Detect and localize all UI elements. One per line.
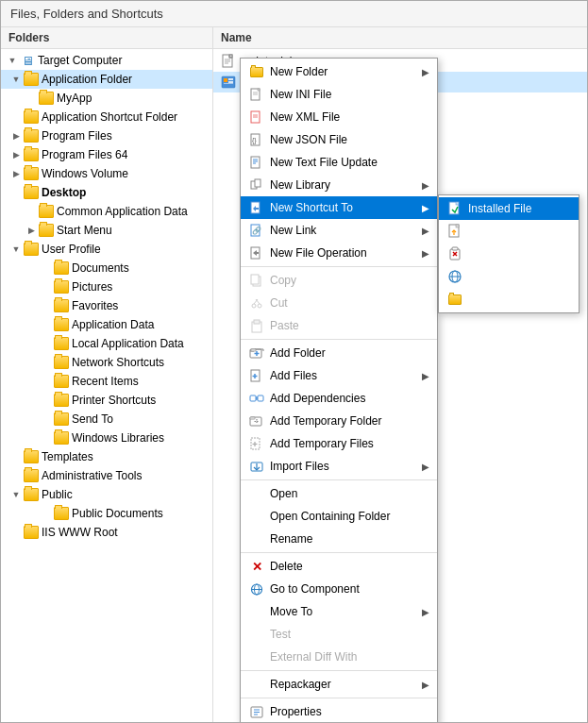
menu-item-go-to-component[interactable]: Go to Component: [241, 578, 437, 600]
folder-icon: [24, 167, 39, 180]
tree-item-desktop[interactable]: Desktop: [1, 183, 212, 202]
menu-item-delete[interactable]: ✕ Delete: [241, 555, 437, 578]
separator-3: [241, 479, 437, 480]
new-link-icon: 🔗: [248, 223, 265, 238]
separator-2: [241, 339, 437, 340]
copy-icon: [248, 273, 265, 288]
expand-icon: ▼: [8, 490, 24, 499]
menu-label: New File Operation: [270, 246, 422, 260]
folder-icon: [24, 488, 39, 501]
menu-item-new-json[interactable]: {} New JSON File: [241, 128, 437, 151]
menu-item-new-library[interactable]: New Library ▶: [241, 174, 437, 196]
menu-item-paste[interactable]: Paste: [241, 314, 437, 337]
svg-point-45: [252, 304, 256, 308]
tree-item-start-menu[interactable]: ▶ Start Menu: [1, 221, 212, 240]
menu-item-test[interactable]: Test: [241, 623, 437, 646]
tree-item-send-to[interactable]: Send To: [1, 410, 212, 429]
title-bar: Files, Folders and Shortcuts: [1, 1, 587, 27]
submenu-arrow: ▶: [422, 462, 429, 472]
folder-icon: [54, 337, 69, 350]
tree-item-myapp[interactable]: MyApp: [1, 89, 212, 108]
menu-item-move-to[interactable]: Move To ▶: [241, 600, 437, 623]
tree-item-application-folder[interactable]: ▼ Application Folder: [1, 70, 212, 89]
menu-item-add-temp-files[interactable]: Add Temporary Files: [241, 432, 437, 455]
menu-item-copy[interactable]: Copy: [241, 269, 437, 292]
tree-item-public[interactable]: ▼ Public: [1, 485, 212, 504]
menu-item-add-deps[interactable]: Add Dependencies: [241, 387, 437, 410]
folder-icon: [24, 450, 39, 463]
menu-item-add-files[interactable]: Add Files ▶: [241, 364, 437, 387]
menu-label: New Library: [270, 178, 422, 192]
tree-label: Printer Shortcuts: [72, 394, 156, 407]
new-shortcut-icon: [248, 200, 265, 215]
submenu-item-folder[interactable]: Folder: [439, 288, 579, 311]
tree-label: Program Files 64: [42, 148, 127, 161]
submenu-label: Installed File: [468, 202, 531, 215]
submenu-item-installed-file[interactable]: Installed File: [439, 197, 579, 220]
menu-item-new-shortcut[interactable]: New Shortcut To ▶: [241, 196, 437, 219]
tree-item-iis-www-root[interactable]: IIS WWW Root: [1, 523, 212, 542]
svg-rect-13: [258, 89, 260, 91]
tree-item-public-documents[interactable]: Public Documents: [1, 504, 212, 523]
tree-item-documents[interactable]: Documents: [1, 259, 212, 277]
menu-item-add-temp-folder[interactable]: Add Temporary Folder: [241, 410, 437, 432]
tree-item-templates[interactable]: Templates: [1, 447, 212, 466]
folder-icon: [54, 299, 69, 312]
folder-icon: [54, 507, 69, 520]
submenu-item-external-file[interactable]: External File: [439, 220, 579, 243]
tree-item-favorites[interactable]: Favorites: [1, 296, 212, 315]
folder-icon: [39, 205, 54, 218]
submenu-item-uninstall[interactable]: Uninstall: [439, 243, 579, 265]
tree-item-local-app-data[interactable]: Local Application Data: [1, 334, 212, 353]
test-icon: [248, 627, 265, 642]
expand-icon: ▼: [8, 75, 24, 84]
tree-label: Application Shortcut Folder: [42, 110, 177, 124]
tree-item-pictures[interactable]: Pictures: [1, 277, 212, 296]
menu-item-repackager[interactable]: Repackager ▶: [241, 673, 437, 696]
external-file-icon: [446, 224, 463, 239]
menu-label: Paste: [270, 319, 429, 332]
tree-item-admin-tools[interactable]: Administrative Tools: [1, 466, 212, 485]
tree-item-target-computer[interactable]: ▼ 🖥 Target Computer: [1, 51, 212, 70]
tree-item-application-data[interactable]: Application Data: [1, 315, 212, 334]
menu-item-open-containing[interactable]: Open Containing Folder: [241, 505, 437, 528]
menu-item-import-files[interactable]: Import Files ▶: [241, 455, 437, 478]
menu-item-new-ini[interactable]: New INI File: [241, 83, 437, 106]
menu-label: New Folder: [270, 65, 422, 78]
tree-label: Public Documents: [72, 507, 163, 520]
svg-rect-63: [250, 417, 255, 419]
tree-item-windows-volume[interactable]: ▶ Windows Volume: [1, 164, 212, 183]
menu-item-open[interactable]: Open: [241, 482, 437, 505]
tree-item-app-shortcut-folder[interactable]: Application Shortcut Folder: [1, 108, 212, 126]
folder-icon: [54, 375, 69, 388]
tree-label: Templates: [42, 450, 93, 463]
tree-label: Favorites: [72, 299, 118, 312]
submenu-arrow: ▶: [422, 180, 429, 191]
tree-item-program-files-64[interactable]: ▶ Program Files 64: [1, 145, 212, 164]
folder-icon: [24, 148, 39, 161]
menu-item-cut[interactable]: Cut: [241, 292, 437, 314]
tree-item-network-shortcuts[interactable]: Network Shortcuts: [1, 353, 212, 372]
tree-item-common-app-data[interactable]: Common Application Data: [1, 202, 212, 221]
menu-item-new-link[interactable]: 🔗 New Link ▶: [241, 219, 437, 242]
menu-item-ext-diff[interactable]: External Diff With: [241, 646, 437, 668]
folder-icon: [54, 280, 69, 294]
menu-item-new-folder[interactable]: New Folder ▶: [241, 60, 437, 83]
menu-item-new-text[interactable]: New Text File Update: [241, 151, 437, 174]
tree-item-printer-shortcuts[interactable]: Printer Shortcuts: [1, 391, 212, 410]
menu-item-add-folder[interactable]: Add Folder: [241, 342, 437, 364]
tree-label: Documents: [72, 261, 129, 275]
tree-item-user-profile[interactable]: ▼ User Profile: [1, 240, 212, 259]
menu-item-new-file-op[interactable]: New File Operation ▶: [241, 242, 437, 264]
tree-item-program-files[interactable]: ▶ Program Files: [1, 126, 212, 145]
menu-item-new-xml[interactable]: New XML File: [241, 106, 437, 128]
menu-item-rename[interactable]: Rename: [241, 528, 437, 550]
submenu-item-url[interactable]: URL: [439, 265, 579, 288]
menu-label: Test: [270, 628, 429, 641]
main-area: Folders ▼ 🖥 Target Computer ▼ Applicatio…: [1, 27, 587, 722]
menu-item-properties[interactable]: Properties: [241, 700, 437, 722]
tree-item-recent-items[interactable]: Recent Items: [1, 372, 212, 391]
menu-label: Add Temporary Folder: [270, 414, 429, 428]
right-panel: Name update: [213, 27, 587, 722]
tree-item-windows-libraries[interactable]: Windows Libraries: [1, 429, 212, 447]
